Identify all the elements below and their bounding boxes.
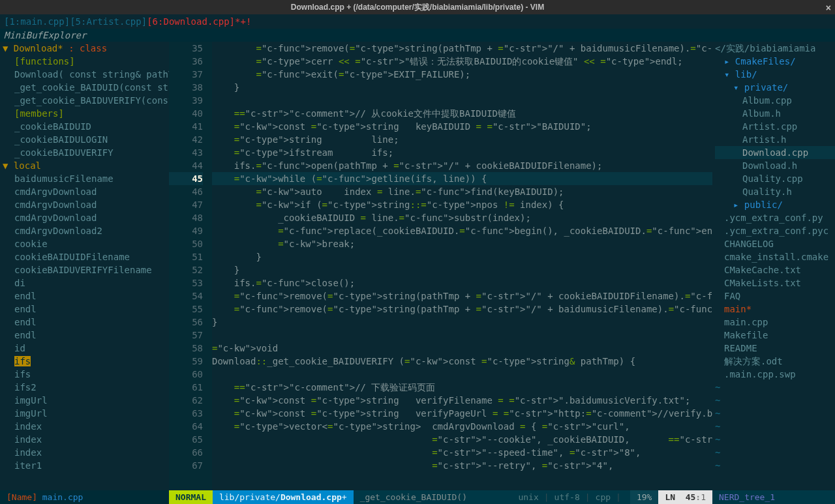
tree-file[interactable]: cmake_install.cmake <box>715 250 835 263</box>
buffer-tab-active[interactable]: [6:Download.cpp]*+! <box>147 16 251 27</box>
status-nerd: NERD_tree_1 <box>712 490 835 504</box>
status-line: LN 45:1 <box>658 490 712 504</box>
tree-file[interactable]: main* <box>715 303 835 316</box>
taglist-item[interactable]: _get_cookie_BAIDUID(const string <box>3 81 169 94</box>
taglist-section: [functions] <box>3 55 169 68</box>
tree-file[interactable]: README <box>715 342 835 355</box>
taglist-item[interactable]: cmdArgvDownload <box>3 185 169 198</box>
tree-file[interactable]: 解决方案.odt <box>715 355 835 368</box>
taglist-item[interactable]: _get_cookie_BAIDUVERIFY(const <box>3 94 169 107</box>
taglist-pane[interactable]: ▼ Download* : class [functions] Download… <box>0 42 169 490</box>
status-function: _get_cookie_BAIDUID() <box>354 490 509 504</box>
taglist-item[interactable]: index <box>3 433 169 446</box>
tree-file[interactable]: Makefile <box>715 329 835 342</box>
status-mode: NORMAL <box>169 490 213 504</box>
status-file: lib/private/Download.cpp + <box>213 490 354 504</box>
tree-file[interactable]: Download.h <box>715 159 835 172</box>
status-bar: [Name] main.cpp NORMAL lib/private/Downl… <box>0 490 835 504</box>
buffer-tab[interactable]: [1:main.cpp] <box>4 16 70 27</box>
window-titlebar: Download.cpp + (/data/computer/实践/biabia… <box>0 0 835 14</box>
close-icon[interactable]: × <box>826 1 831 14</box>
tree-file[interactable]: Album.h <box>715 107 835 120</box>
taglist-item[interactable]: index <box>3 446 169 459</box>
tree-folder[interactable]: ▾ private/ <box>715 81 835 94</box>
status-percent: 19% <box>630 490 658 504</box>
tree-file[interactable]: .ycm_extra_conf.py <box>715 211 835 224</box>
taglist-item[interactable]: cmdArgvDownload <box>3 211 169 224</box>
tree-file[interactable]: Download.cpp <box>715 146 835 159</box>
taglist-item[interactable]: Download( const string& pathTmp <box>3 68 169 81</box>
tree-file[interactable]: Album.cpp <box>715 94 835 107</box>
buffer-tab[interactable]: [5:Artist.cpp] <box>70 16 147 27</box>
taglist-item[interactable]: cookie <box>3 237 169 250</box>
taglist-item[interactable]: cmdArgvDownload <box>3 198 169 211</box>
taglist-item[interactable]: _cookieBAIDUID <box>3 120 169 133</box>
taglist-item[interactable]: cookieBAIDUIDFilename <box>3 250 169 263</box>
taglist-item[interactable]: endl <box>3 329 169 342</box>
line-gutter: 3536373839404142434445464748495051525354… <box>169 42 212 490</box>
taglist-item[interactable]: di <box>3 276 169 289</box>
tree-file[interactable]: Quality.h <box>715 185 835 198</box>
tree-file[interactable]: CMakeCache.txt <box>715 263 835 276</box>
tree-folder[interactable]: ▾ lib/ <box>715 68 835 81</box>
buffer-bar: [1:main.cpp][5:Artist.cpp][6:Download.cp… <box>0 14 835 29</box>
taglist-item[interactable]: _cookieBAIDULOGIN <box>3 133 169 146</box>
minibuf-label: MiniBufExplorer <box>0 29 835 42</box>
tree-file[interactable]: CMakeLists.txt <box>715 276 835 289</box>
taglist-item[interactable]: index <box>3 420 169 433</box>
taglist-item[interactable]: _cookieBAIDUVERIFY <box>3 146 169 159</box>
tree-file[interactable]: .ycm_extra_conf.pyc <box>715 224 835 237</box>
tree-file[interactable]: .main.cpp.swp <box>715 368 835 381</box>
taglist-item[interactable]: cmdArgvDownload2 <box>3 224 169 237</box>
taglist-item[interactable]: baidumusicFilename <box>3 172 169 185</box>
taglist-item[interactable]: cookieBAIDUVERIFYFilename <box>3 263 169 276</box>
taglist-item[interactable]: endl <box>3 289 169 303</box>
taglist-item[interactable]: ifs <box>3 368 169 381</box>
taglist-item[interactable]: id <box>3 342 169 355</box>
status-info: unix| utf-8| cpp| <box>509 490 630 504</box>
tree-file[interactable]: main.cpp <box>715 316 835 329</box>
code-content[interactable]: ="c-func">remove(="c-type">string(pathTm… <box>212 42 712 490</box>
tree-file[interactable]: Quality.cpp <box>715 172 835 185</box>
taglist-item[interactable]: ifs <box>3 355 169 368</box>
taglist-item[interactable]: imgUrl <box>3 407 169 420</box>
tree-folder[interactable]: ▸ public/ <box>715 198 835 211</box>
nerdtree-pane[interactable]: </实践/biabiamiamia ▸ CmakeFiles/▾ lib/▾ p… <box>712 42 835 490</box>
taglist-item[interactable]: endl <box>3 316 169 329</box>
taglist-class[interactable]: Download* <box>14 43 63 53</box>
taglist-item[interactable]: imgUrl <box>3 394 169 407</box>
taglist-section: [members] <box>3 107 169 120</box>
tree-file[interactable]: CHANGELOG <box>715 237 835 250</box>
taglist-item[interactable]: endl <box>3 303 169 316</box>
tree-file[interactable]: Artist.cpp <box>715 120 835 133</box>
taglist-item[interactable]: ifs2 <box>3 381 169 394</box>
tree-folder[interactable]: ▸ CmakeFiles/ <box>715 55 835 68</box>
tree-file[interactable]: Artist.h <box>715 133 835 146</box>
editor-pane[interactable]: 3536373839404142434445464748495051525354… <box>169 42 712 490</box>
tree-file[interactable]: FAQ <box>715 289 835 303</box>
taglist-section: local <box>14 160 41 171</box>
taglist-item[interactable]: iter1 <box>3 459 169 472</box>
window-title: Download.cpp + (/data/computer/实践/biabia… <box>291 1 544 14</box>
status-name: [Name] main.cpp <box>0 490 169 504</box>
